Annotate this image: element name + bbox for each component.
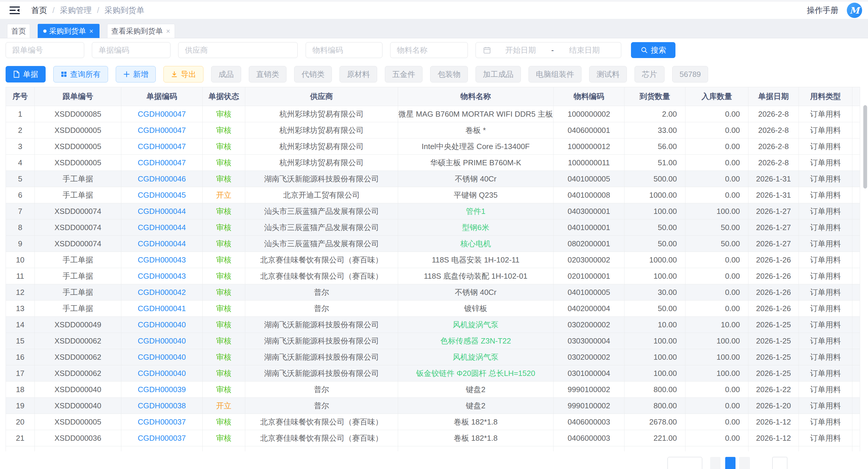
cell-status: 审核 — [203, 122, 245, 139]
cell-doc-code-link[interactable]: CGDH000038 — [121, 398, 203, 414]
cell-doc-code-link[interactable]: CGDH000044 — [121, 203, 203, 219]
cell-usage-type: 订单用料 — [799, 300, 852, 317]
table-row[interactable]: 14XSDD000049CGDH000040审核湖南飞沃新能源科技股份有限公司风… — [6, 317, 860, 333]
category-button-hardware[interactable]: 五金件 — [385, 66, 423, 83]
cell-doc-code-link[interactable]: CGDH000044 — [121, 219, 203, 236]
category-button-finished[interactable]: 成品 — [211, 66, 241, 83]
cell-doc-code-link[interactable]: CGDH000037 — [121, 430, 203, 446]
table-row[interactable]: 10手工单据CGDH000043审核北京赛佳味餐饮有限公司（赛百味）118S 电… — [6, 252, 860, 268]
cell-stocked-qty: 0.00 — [685, 414, 748, 430]
table-row[interactable]: 13手工单据CGDH000041审核普尔镀锌板040200000450.000.… — [6, 300, 860, 317]
material-code-input[interactable] — [306, 42, 382, 58]
cell-order-no: XSDD000005 — [35, 122, 121, 139]
cell-arrived-qty: 800.00 — [624, 381, 685, 398]
tab-close-icon[interactable]: × — [89, 28, 94, 35]
material-name-input[interactable] — [390, 42, 468, 58]
order-no-input[interactable] — [6, 42, 84, 58]
cell-doc-code-link[interactable]: CGDH000040 — [121, 333, 203, 349]
tab-view-purchase-arrival[interactable]: 查看采购到货单 × — [107, 24, 175, 38]
table-row[interactable]: 5手工单据CGDH000046审核湖南飞沃新能源科技股份有限公司不锈钢 40Cr… — [6, 171, 860, 187]
cell-doc-code-link[interactable]: CGDH000039 — [121, 381, 203, 398]
category-button-consign[interactable]: 代销类 — [294, 66, 332, 83]
table-row[interactable]: 18XSDD000040CGDH000039审核普尔键盘299901000028… — [6, 381, 860, 398]
cell-doc-code-link[interactable]: CGDH000041 — [121, 300, 203, 317]
table-row[interactable]: 19XSDD000040CGDH000038开立普尔键盘299901000028… — [6, 398, 860, 414]
table-row[interactable]: 20XSDD000005CGDH000037审核北京赛佳味餐饮有限公司（赛百味）… — [6, 414, 860, 430]
cell-status: 审核 — [203, 365, 245, 381]
table-row[interactable]: 11手工单据CGDH000043审核北京赛佳味餐饮有限公司（赛百味）118S 底… — [6, 268, 860, 284]
tab-purchase-arrival[interactable]: 采购到货单 × — [38, 24, 99, 38]
cell-material-code: 0301000004 — [554, 365, 624, 381]
category-button-test[interactable]: 测试料 — [589, 66, 627, 83]
cell-material-code: 0406000003 — [554, 430, 624, 446]
cell-doc-code-link[interactable]: CGDH000040 — [121, 349, 203, 365]
col-header-status: 单据状态 — [203, 87, 245, 106]
cell-seq: 19 — [6, 398, 35, 414]
category-button-computer[interactable]: 电脑组装件 — [528, 66, 582, 83]
cell-doc-code-link[interactable]: CGDH000047 — [121, 155, 203, 171]
cell-doc-code-link[interactable]: CGDH000042 — [121, 284, 203, 300]
category-button-processed[interactable]: 加工成品 — [475, 66, 521, 83]
cell-doc-code-link[interactable]: CGDH000040 — [121, 365, 203, 381]
user-avatar[interactable]: M — [847, 3, 862, 18]
cell-doc-code-link[interactable]: CGDH000045 — [121, 187, 203, 203]
cell-doc-code-link[interactable]: CGDH000047 — [121, 139, 203, 155]
operation-manual-link[interactable]: 操作手册 — [807, 5, 839, 16]
search-button[interactable]: 搜索 — [631, 42, 676, 58]
cell-arrived-qty: 100.00 — [624, 365, 685, 381]
cell-status: 审核 — [203, 236, 245, 252]
cell-status: 审核 — [203, 106, 245, 122]
cell-doc-code-link[interactable]: CGDH000044 — [121, 236, 203, 252]
cell-stocked-qty: 50.00 — [685, 219, 748, 236]
cell-stocked-qty: 0.00 — [685, 139, 748, 155]
cell-doc-code-link[interactable]: CGDH000043 — [121, 252, 203, 268]
table-row[interactable]: 21XSDD000036CGDH000037审核北京赛佳味餐饮有限公司（赛百味）… — [6, 430, 860, 446]
table-row[interactable]: 7XSDD000074CGDH000044审核汕头市三辰蓝猫产品发展有限公司管件… — [6, 203, 860, 219]
date-range-picker[interactable]: 开始日期 - 结束日期 — [475, 42, 621, 58]
supplier-input[interactable] — [178, 42, 298, 58]
cell-doc-code-link[interactable]: CGDH000046 — [121, 171, 203, 187]
doc-code-input[interactable] — [92, 42, 170, 58]
table-row[interactable]: 12手工单据CGDH000042审核普尔不锈钢 40Cr040100000530… — [6, 284, 860, 300]
cell-doc-code-link[interactable]: CGDH000037 — [121, 414, 203, 430]
pagination-page-1-button[interactable] — [725, 457, 736, 469]
table-row[interactable]: 17XSDD000062CGDH000040审核湖南飞沃新能源科技股份有限公司钣… — [6, 365, 860, 381]
table-row[interactable]: 1XSDD000085CGDH000047审核杭州彩球坊贸易有限公司微星 MAG… — [6, 106, 860, 122]
vertical-scrollbar-thumb[interactable] — [863, 105, 867, 188]
table-row[interactable]: 2XSDD000005CGDH000047审核杭州彩球坊贸易有限公司卷板 *04… — [6, 122, 860, 139]
table-row[interactable]: 4XSDD000005CGDH000047审核杭州彩球坊贸易有限公司华硕主板 P… — [6, 155, 860, 171]
category-button-56789[interactable]: 56789 — [672, 66, 708, 83]
cell-doc-code-link[interactable]: CGDH000047 — [121, 122, 203, 139]
pagination-jump-input[interactable] — [772, 457, 787, 469]
cell-doc-code-link[interactable]: CGDH000043 — [121, 268, 203, 284]
pagination-prev-button[interactable] — [710, 457, 720, 469]
table-row[interactable]: 6手工单据CGDH000045开立北京开迪工贸有限公司平键钢 Q23504010… — [6, 187, 860, 203]
col-header-doc-code: 单据编码 — [121, 87, 203, 106]
category-button-direct[interactable]: 直销类 — [249, 66, 286, 83]
pagination-page-2-button[interactable] — [739, 457, 750, 469]
cell-material-name: 118S 电器安装 1H-102-11 — [398, 252, 554, 268]
breadcrumb-home[interactable]: 首页 — [31, 5, 47, 16]
table-row[interactable]: 15XSDD000062CGDH000040审核湖南飞沃新能源科技股份有限公司色… — [6, 333, 860, 349]
cell-doc-code-link[interactable]: CGDH000040 — [121, 317, 203, 333]
cell-status: 审核 — [203, 219, 245, 236]
table-row[interactable]: 3XSDD000005CGDH000047审核杭州彩球坊贸易有限公司Intel中… — [6, 139, 860, 155]
tab-close-icon[interactable]: × — [165, 28, 171, 35]
cell-usage-type: 订单用料 — [799, 106, 852, 122]
breadcrumb-section[interactable]: 采购管理 — [60, 5, 92, 16]
table-row[interactable]: 16XSDD000062CGDH000040审核湖南飞沃新能源科技股份有限公司风… — [6, 349, 860, 365]
category-button-raw[interactable]: 原材料 — [340, 66, 377, 83]
add-button[interactable]: 新增 — [116, 66, 156, 83]
table-row[interactable]: 8XSDD000074CGDH000044审核汕头市三辰蓝猫产品发展有限公司型钢… — [6, 219, 860, 236]
cell-doc-code-link[interactable]: CGDH000047 — [121, 106, 203, 122]
page-size-select[interactable] — [668, 457, 702, 469]
table-row[interactable]: 9XSDD000074CGDH000044审核汕头市三辰蓝猫产品发展有限公司核心… — [6, 236, 860, 252]
category-button-chip[interactable]: 芯片 — [634, 66, 664, 83]
category-button-packaging[interactable]: 包装物 — [430, 66, 468, 83]
sidebar-collapse-icon[interactable] — [8, 4, 21, 16]
export-button[interactable]: 导出 — [163, 66, 204, 83]
tab-home[interactable]: 首页 — [7, 24, 30, 38]
document-button[interactable]: 单据 — [6, 66, 45, 83]
cell-material-name: 管件1 — [398, 203, 554, 219]
query-all-button[interactable]: 查询所有 — [53, 66, 108, 83]
